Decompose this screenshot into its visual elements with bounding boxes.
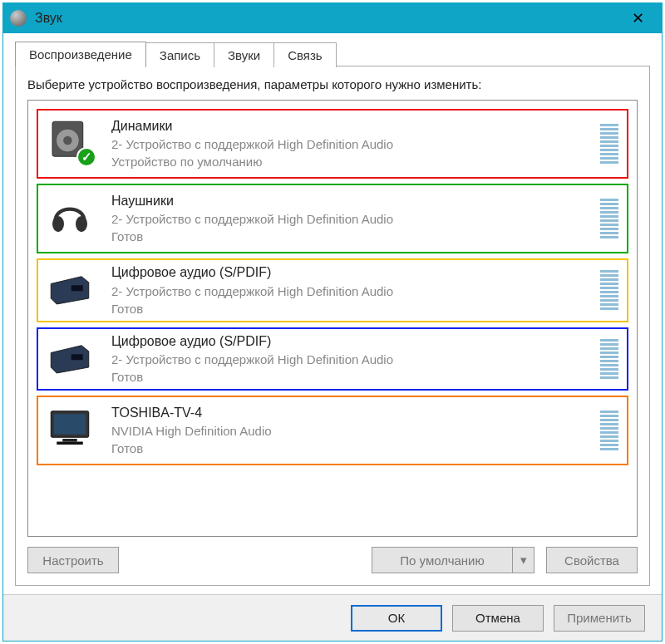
device-name: Динамики bbox=[111, 117, 595, 135]
close-icon[interactable]: ✕ bbox=[620, 3, 655, 33]
device-status: Готов bbox=[111, 300, 595, 317]
dialog-footer: ОК Отмена Применить bbox=[3, 594, 662, 641]
titlebar[interactable]: Звук ✕ bbox=[3, 3, 662, 33]
device-row-speakers[interactable]: ✓ Динамики 2- Устройство с поддержкой Hi… bbox=[37, 109, 628, 179]
sound-icon bbox=[10, 10, 27, 27]
device-sub: NVIDIA High Definition Audio bbox=[111, 422, 595, 440]
svg-point-3 bbox=[52, 216, 64, 232]
device-list[interactable]: ✓ Динамики 2- Устройство с поддержкой Hi… bbox=[27, 100, 638, 538]
level-meter bbox=[595, 332, 618, 386]
svg-rect-6 bbox=[71, 286, 83, 292]
spdif-icon bbox=[47, 263, 93, 310]
tv-icon bbox=[47, 404, 93, 450]
device-sub: 2- Устройство с поддержкой High Definiti… bbox=[111, 135, 595, 153]
window-title: Звук bbox=[35, 11, 62, 26]
cancel-button[interactable]: Отмена bbox=[452, 605, 544, 632]
tabs: Воспроизведение Запись Звуки Связь bbox=[15, 42, 650, 66]
instruction-text: Выберите устройство воспроизведения, пар… bbox=[27, 76, 638, 93]
device-status: Готов bbox=[111, 368, 595, 386]
svg-rect-11 bbox=[62, 439, 77, 442]
device-status: Готов bbox=[111, 228, 595, 245]
apply-button[interactable]: Применить bbox=[554, 605, 645, 632]
device-name: Цифровое аудио (S/PDIF) bbox=[111, 332, 595, 351]
set-default-button[interactable]: По умолчанию bbox=[372, 547, 513, 573]
svg-rect-12 bbox=[57, 442, 83, 445]
set-default-splitbutton[interactable]: По умолчанию ▾ bbox=[372, 547, 534, 573]
tab-recording[interactable]: Запись bbox=[145, 42, 214, 67]
device-name: Наушники bbox=[111, 192, 595, 210]
chevron-down-icon[interactable]: ▾ bbox=[513, 547, 534, 573]
device-status: Устройство по умолчанию bbox=[111, 153, 595, 170]
content: Воспроизведение Запись Звуки Связь Выбер… bbox=[3, 33, 662, 594]
device-sub: 2- Устройство с поддержкой High Definiti… bbox=[111, 283, 595, 300]
speaker-icon: ✓ bbox=[47, 117, 93, 164]
device-sub: 2- Устройство с поддержкой High Definiti… bbox=[111, 351, 595, 368]
device-row-spdif-1[interactable]: Цифровое аудио (S/PDIF) 2- Устройство с … bbox=[37, 258, 628, 322]
level-meter bbox=[595, 263, 618, 317]
tab-sounds[interactable]: Звуки bbox=[214, 42, 274, 67]
svg-marker-5 bbox=[51, 277, 89, 304]
ok-button[interactable]: ОК bbox=[351, 605, 442, 632]
headphones-icon bbox=[47, 192, 93, 238]
device-status: Готов bbox=[111, 440, 595, 457]
device-name: TOSHIBA-TV-4 bbox=[111, 404, 595, 422]
device-row-spdif-2[interactable]: Цифровое аудио (S/PDIF) 2- Устройство с … bbox=[37, 327, 628, 391]
svg-rect-8 bbox=[71, 354, 83, 360]
tabpanel-playback: Выберите устройство воспроизведения, пар… bbox=[15, 66, 650, 586]
svg-rect-10 bbox=[54, 414, 86, 435]
svg-marker-7 bbox=[51, 345, 89, 372]
configure-button[interactable]: Настроить bbox=[27, 547, 119, 573]
device-sub: 2- Устройство с поддержкой High Definiti… bbox=[111, 210, 595, 228]
level-meter bbox=[595, 117, 618, 170]
panel-buttons: Настроить По умолчанию ▾ Свойства bbox=[27, 547, 638, 573]
sound-dialog: Звук ✕ Воспроизведение Запись Звуки Связ… bbox=[2, 2, 663, 642]
tab-playback[interactable]: Воспроизведение bbox=[15, 42, 146, 66]
spdif-icon bbox=[47, 332, 93, 379]
device-row-tv[interactable]: TOSHIBA-TV-4 NVIDIA High Definition Audi… bbox=[37, 396, 628, 465]
svg-point-2 bbox=[63, 135, 72, 145]
tab-communications[interactable]: Связь bbox=[273, 42, 336, 67]
device-name: Цифровое аудио (S/PDIF) bbox=[111, 263, 595, 282]
default-check-icon: ✓ bbox=[76, 147, 96, 167]
level-meter bbox=[595, 404, 618, 457]
properties-button[interactable]: Свойства bbox=[546, 547, 638, 573]
device-row-headphones[interactable]: Наушники 2- Устройство с поддержкой High… bbox=[37, 184, 628, 253]
svg-point-4 bbox=[76, 216, 87, 232]
level-meter bbox=[595, 192, 618, 245]
